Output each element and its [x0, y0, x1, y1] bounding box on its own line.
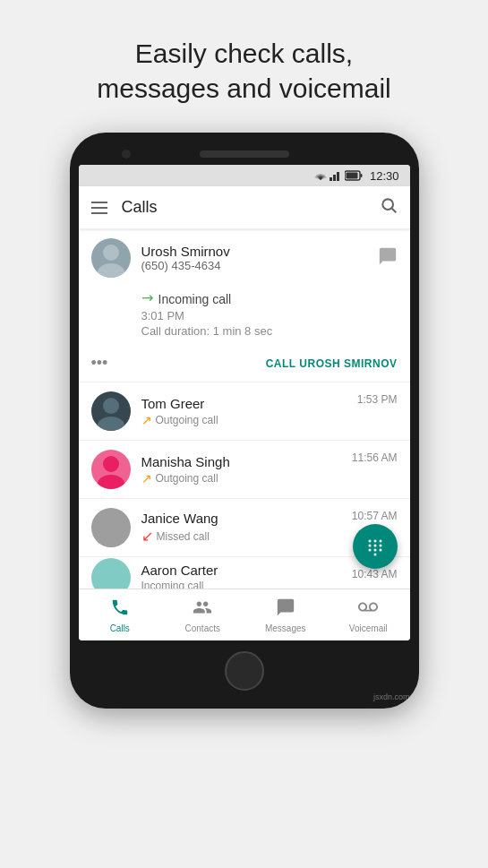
call-type-janice: Missed call: [157, 530, 210, 543]
call-action-button[interactable]: CALL UROSH SMIRNOV: [266, 357, 398, 370]
more-options-button[interactable]: •••: [91, 354, 108, 373]
call-timestamp-tom: 1:53 PM: [357, 393, 398, 406]
contacts-nav-label: Contacts: [185, 623, 220, 633]
svg-rect-5: [337, 172, 339, 181]
phone-notch: [79, 150, 410, 158]
wifi-icon: [314, 170, 327, 181]
call-sub-manisha: ↗ Outgoing call: [141, 471, 398, 486]
status-bar: 12:30: [79, 165, 410, 186]
voicemail-nav-label: Voicemail: [349, 623, 388, 633]
phone-speaker: [200, 150, 289, 158]
message-icon[interactable]: [378, 246, 398, 271]
call-item-manisha[interactable]: Manisha Singh ↗ Outgoing call 11:56 AM: [79, 441, 410, 499]
expanded-call-info: Urosh Smirnov (650) 435-4634: [141, 244, 378, 272]
call-type-manisha: Outgoing call: [156, 472, 218, 485]
svg-point-22: [379, 540, 381, 543]
app-title: Calls: [122, 198, 380, 217]
svg-point-12: [103, 245, 119, 261]
avatar-urosh: [91, 238, 131, 278]
dialpad-icon: [364, 536, 386, 557]
avatar-manisha: [91, 450, 131, 489]
svg-point-18: [103, 514, 119, 530]
svg-point-26: [368, 549, 371, 552]
contacts-nav-icon: [193, 597, 212, 622]
svg-point-30: [103, 564, 119, 580]
messages-nav-label: Messages: [265, 623, 306, 633]
phone-home-area: [79, 651, 410, 691]
phone-mockup: 12:30 Calls: [70, 133, 419, 709]
svg-point-31: [98, 583, 124, 589]
call-actions: ••• CALL UROSH SMIRNOV: [79, 347, 410, 382]
svg-point-24: [373, 545, 376, 547]
expanded-call-header[interactable]: Urosh Smirnov (650) 435-4634: [79, 229, 410, 287]
voicemail-nav-icon: [358, 597, 378, 622]
call-item-tom[interactable]: Tom Greer ↗ Outgoing call 1:53 PM: [79, 382, 410, 441]
svg-point-25: [379, 545, 381, 547]
phone-screen: 12:30 Calls: [79, 165, 410, 640]
outgoing-arrow-icon-tom: ↗: [141, 413, 152, 427]
search-button[interactable]: [380, 196, 398, 219]
call-timestamp-aaron: 10:43 AM: [352, 568, 398, 580]
svg-point-27: [373, 549, 376, 552]
signal-icon: [330, 170, 342, 181]
phone-camera: [122, 150, 131, 159]
svg-rect-4: [333, 175, 336, 181]
svg-rect-8: [360, 174, 362, 177]
expanded-call-item: Urosh Smirnov (650) 435-4634 ↙ Incoming …: [79, 229, 410, 382]
call-type-tom: Outgoing call: [156, 414, 218, 426]
avatar-tom: [91, 391, 131, 431]
call-type-label: Incoming call: [158, 292, 232, 306]
call-item-janice[interactable]: Janice Wang ↙ Missed call 10:57 AM: [79, 499, 410, 557]
incoming-arrow-icon: ↙: [137, 288, 158, 309]
svg-point-17: [98, 475, 124, 489]
call-type-aaron: Incoming call: [141, 580, 204, 589]
svg-rect-9: [346, 173, 357, 179]
svg-rect-3: [330, 177, 332, 181]
svg-point-13: [98, 263, 124, 278]
svg-point-10: [382, 199, 393, 210]
status-icons: [314, 170, 363, 181]
nav-voicemail[interactable]: Voicemail: [327, 592, 410, 639]
app-bar: Calls: [79, 186, 410, 229]
svg-point-15: [98, 417, 124, 431]
call-duration: Call duration: 1 min 8 sec: [141, 324, 398, 338]
expanded-call-name: Urosh Smirnov: [141, 244, 378, 259]
call-sub-aaron: Incoming call: [141, 580, 398, 589]
nav-contacts[interactable]: Contacts: [161, 592, 244, 639]
bottom-nav: Calls Contacts Messages: [79, 589, 410, 640]
svg-rect-6: [340, 170, 342, 181]
svg-point-14: [103, 398, 119, 414]
call-type-row: ↙ Incoming call: [141, 290, 398, 307]
nav-messages[interactable]: Messages: [244, 592, 328, 639]
calls-nav-icon: [110, 597, 130, 622]
dialpad-fab[interactable]: [353, 524, 398, 569]
nav-calls[interactable]: Calls: [79, 592, 162, 639]
call-timestamp-manisha: 11:56 AM: [352, 451, 398, 464]
missed-arrow-icon: ↙: [141, 528, 153, 545]
expanded-call-number: (650) 435-4634: [141, 259, 378, 272]
call-time-sub: 3:01 PM: [141, 309, 398, 322]
battery-icon: [345, 170, 363, 181]
svg-point-16: [103, 456, 119, 472]
svg-line-11: [391, 209, 396, 213]
menu-button[interactable]: [91, 202, 107, 214]
svg-point-19: [98, 533, 124, 547]
expanded-call-detail: ↙ Incoming call 3:01 PM Call duration: 1…: [79, 287, 410, 347]
svg-point-28: [379, 549, 381, 552]
call-sub-tom: ↗ Outgoing call: [141, 413, 398, 427]
call-timestamp-janice: 10:57 AM: [352, 510, 398, 522]
watermark: jsxdn.com: [373, 692, 410, 701]
svg-point-29: [373, 554, 376, 556]
page-headline: Easily check calls, messages and voicema…: [70, 0, 418, 133]
home-button[interactable]: [225, 651, 264, 691]
avatar-aaron: [91, 558, 131, 589]
svg-point-23: [368, 545, 371, 547]
calls-nav-label: Calls: [110, 623, 130, 633]
svg-point-20: [368, 540, 371, 543]
avatar-janice: [91, 508, 131, 547]
status-time: 12:30: [370, 169, 399, 183]
svg-point-21: [373, 540, 376, 543]
messages-nav-icon: [276, 597, 295, 622]
outgoing-arrow-icon-manisha: ↗: [141, 471, 152, 486]
